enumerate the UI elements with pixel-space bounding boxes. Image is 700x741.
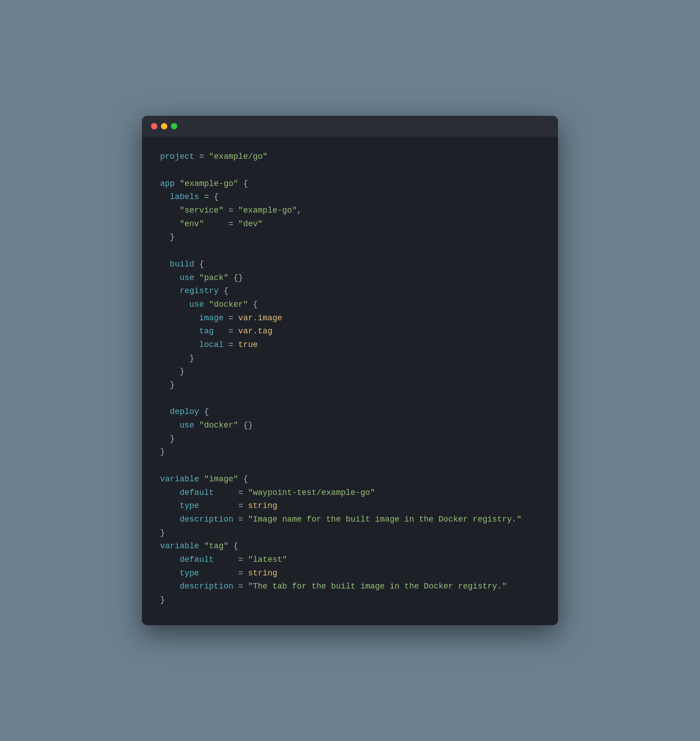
code-line-empty (160, 244, 540, 258)
code-line: image = var.image (160, 312, 540, 325)
code-line: deploy { (160, 405, 540, 419)
code-content: project = "example/go" app "example-go" … (142, 137, 558, 625)
code-line: description = "The tab for the built ima… (160, 580, 540, 594)
minimize-button[interactable] (161, 123, 167, 129)
code-line: local = true (160, 338, 540, 352)
code-line: } (160, 527, 540, 540)
code-line: variable "tag" { (160, 540, 540, 553)
titlebar (142, 116, 558, 137)
code-line: variable "image" { (160, 473, 540, 486)
code-line-empty (160, 164, 540, 177)
code-line: } (160, 231, 540, 244)
code-line: registry { (160, 285, 540, 298)
code-line: } (160, 365, 540, 379)
code-line: default = "latest" (160, 553, 540, 567)
code-line-empty (160, 392, 540, 406)
code-line: build { (160, 258, 540, 271)
code-window: project = "example/go" app "example-go" … (142, 116, 558, 625)
code-line: use "pack" {} (160, 271, 540, 285)
code-line: project = "example/go" (160, 150, 540, 164)
code-line: tag = var.tag (160, 325, 540, 338)
code-line-empty (160, 459, 540, 473)
close-button[interactable] (151, 123, 157, 129)
code-line: type = string (160, 499, 540, 513)
code-line: description = "Image name for the built … (160, 513, 540, 527)
code-line: default = "waypoint-test/example-go" (160, 486, 540, 500)
code-line: app "example-go" { (160, 177, 540, 191)
code-line: "service" = "example-go", (160, 204, 540, 218)
code-line: } (160, 446, 540, 459)
code-line: use "docker" {} (160, 419, 540, 432)
code-line: } (160, 379, 540, 392)
maximize-button[interactable] (171, 123, 177, 129)
code-line: } (160, 352, 540, 366)
code-line: type = string (160, 567, 540, 580)
code-line: use "docker" { (160, 298, 540, 312)
code-line: labels = { (160, 190, 540, 204)
code-line: } (160, 432, 540, 446)
code-line: } (160, 594, 540, 607)
code-line: "env" = "dev" (160, 218, 540, 231)
